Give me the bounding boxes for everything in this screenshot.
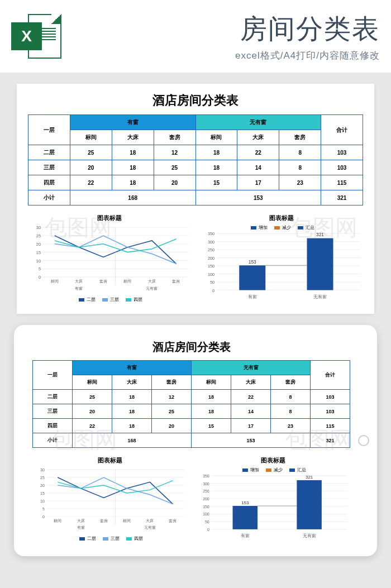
svg-rect-85 [233, 506, 258, 529]
svg-text:标间: 标间 [123, 279, 131, 284]
svg-text:15: 15 [36, 250, 41, 255]
svg-text:15: 15 [40, 491, 45, 495]
excel-icon: X [11, 11, 61, 61]
svg-text:100: 100 [203, 513, 209, 517]
svg-text:有窗: 有窗 [241, 533, 250, 538]
tablet-mockup: 酒店房间分类表 一层 有窗 无有窗 合计 标间 大床 套房 标间 大床 套房 二… [14, 325, 377, 556]
svg-text:150: 150 [207, 264, 214, 269]
svg-text:0: 0 [42, 515, 45, 519]
svg-text:套房: 套房 [100, 519, 108, 523]
page-header: X 房间分类表 excel格式/A4打印/内容随意修改 [0, 0, 391, 73]
svg-text:321: 321 [306, 475, 313, 480]
bar-legend: 增加减少汇总 [200, 224, 364, 231]
svg-text:25: 25 [40, 476, 45, 480]
spreadsheet-preview: 酒店房间分类表 一层 有窗 无有窗 合计 标间 大床 套房 标间 大床 套房 二… [17, 84, 374, 314]
svg-text:350: 350 [203, 474, 209, 478]
subtotal-row: 小计 168 153 321 [28, 190, 363, 205]
excel-icon-letter: X [11, 22, 42, 50]
line-chart-svg: 051015202530标间大床套房标间大床套房有窗无有窗 [28, 224, 191, 294]
svg-text:300: 300 [203, 482, 209, 486]
svg-text:套房: 套房 [99, 279, 107, 284]
sheet-title: 酒店房间分类表 [28, 92, 363, 109]
svg-text:10: 10 [40, 499, 45, 503]
group-header-1: 有窗 [70, 115, 196, 130]
svg-text:300: 300 [207, 240, 214, 245]
bar-chart: 图表标题 增加减少汇总 050100150200250300350153321有… [196, 456, 350, 542]
svg-text:套房: 套房 [172, 279, 180, 284]
group-header-2: 无有窗 [196, 115, 321, 130]
svg-text:50: 50 [205, 520, 209, 524]
svg-text:10: 10 [36, 259, 41, 264]
svg-text:大床: 大床 [77, 519, 85, 523]
svg-text:0: 0 [207, 528, 209, 532]
svg-text:250: 250 [203, 490, 209, 494]
svg-text:无有窗: 无有窗 [146, 286, 158, 291]
data-table: 一层 有窗 无有窗 合计 标间 大床 套房 标间 大床 套房 二层 25 18 … [28, 114, 363, 205]
svg-text:50: 50 [209, 280, 214, 285]
svg-text:20: 20 [40, 484, 45, 487]
svg-text:套房: 套房 [169, 519, 177, 523]
svg-text:5: 5 [39, 266, 41, 271]
svg-text:30: 30 [40, 468, 45, 472]
svg-text:5: 5 [42, 507, 45, 511]
table-row: 二层 25 18 12 18 22 8 103 [28, 145, 363, 160]
svg-text:有窗: 有窗 [75, 286, 83, 291]
svg-rect-39 [239, 265, 265, 290]
svg-text:无有窗: 无有窗 [303, 533, 316, 538]
line-chart: 图表标题 051015202530标间大床套房标间大床套房有窗无有窗 二层三层四… [28, 214, 192, 303]
svg-rect-87 [297, 480, 322, 529]
table-row: 三层 20 18 25 18 14 8 103 [28, 160, 363, 175]
chart-title: 图表标题 [28, 214, 192, 222]
svg-text:有窗: 有窗 [247, 294, 256, 299]
svg-text:大床: 大床 [146, 519, 154, 523]
chart-title: 图表标题 [200, 214, 364, 222]
svg-text:大床: 大床 [148, 279, 156, 284]
total-header: 合计 [321, 115, 363, 145]
sheet-title: 酒店房间分类表 [32, 340, 350, 355]
table-row: 四层 22 18 20 15 17 23 115 [28, 175, 363, 190]
svg-rect-41 [307, 238, 333, 290]
svg-text:无有窗: 无有窗 [144, 525, 156, 529]
svg-text:350: 350 [207, 231, 214, 236]
svg-text:150: 150 [203, 505, 209, 509]
svg-text:200: 200 [203, 497, 209, 501]
svg-text:153: 153 [241, 500, 249, 505]
line-chart: 图表标题 051015202530标间大床套房标间大床套房有窗无有窗 二层三层四… [32, 456, 187, 542]
svg-text:250: 250 [207, 247, 214, 252]
svg-text:无有窗: 无有窗 [313, 294, 327, 299]
svg-text:25: 25 [36, 233, 41, 238]
data-table: 一层 有窗 无有窗 合计 标间 大床 套房 标间 大床 套房 二层 251812… [32, 360, 350, 448]
svg-text:153: 153 [248, 259, 256, 265]
svg-text:0: 0 [39, 275, 41, 280]
column-header-row: 标间 大床 套房 标间 大床 套房 [28, 130, 363, 145]
svg-text:321: 321 [316, 232, 324, 237]
svg-text:100: 100 [207, 272, 214, 277]
corner-cell: 一层 [28, 115, 70, 145]
svg-text:30: 30 [36, 225, 41, 230]
svg-text:标间: 标间 [50, 279, 59, 284]
svg-text:200: 200 [207, 256, 214, 261]
svg-text:标间: 标间 [53, 519, 61, 523]
svg-text:大床: 大床 [75, 279, 83, 284]
svg-text:20: 20 [36, 242, 41, 247]
svg-text:有窗: 有窗 [77, 525, 85, 529]
line-legend: 二层三层四层 [28, 297, 192, 303]
svg-text:标间: 标间 [122, 519, 131, 523]
svg-text:0: 0 [212, 288, 214, 293]
bar-chart-svg: 050100150200250300350153321有窗无有窗 [200, 231, 363, 300]
header-title: 房间分类表 [70, 11, 380, 47]
bar-chart: 图表标题 增加减少汇总 050100150200250300350153321有… [200, 214, 364, 303]
header-subtitle: excel格式/A4打印/内容随意修改 [70, 49, 380, 62]
